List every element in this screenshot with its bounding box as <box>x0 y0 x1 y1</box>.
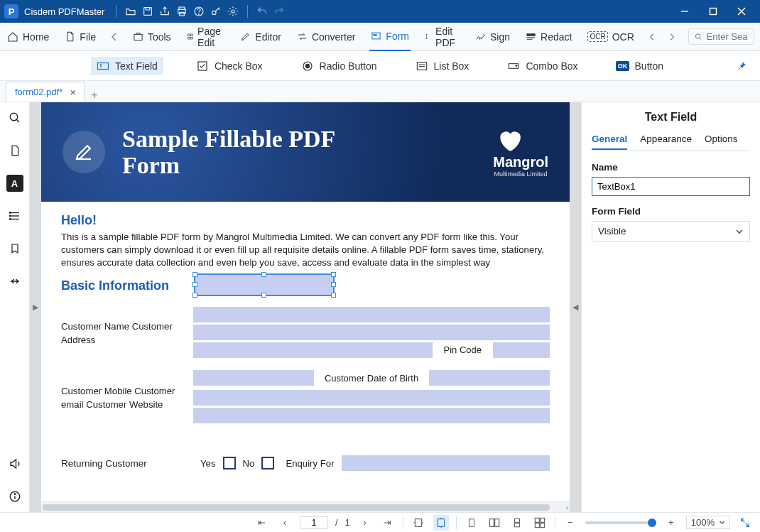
search-box[interactable] <box>688 28 754 45</box>
fit-page-icon[interactable] <box>433 515 449 531</box>
sidebar-crop-icon[interactable] <box>6 273 23 290</box>
close-button[interactable] <box>727 0 756 23</box>
app-title: Cisdem PDFMaster <box>24 6 104 17</box>
zoom-in-button[interactable]: + <box>663 515 679 531</box>
tabs-prev[interactable] <box>110 33 119 41</box>
key-icon[interactable] <box>207 3 224 20</box>
button-icon: OK <box>617 60 629 72</box>
file-tab[interactable]: form02.pdf* × <box>6 82 85 102</box>
sidebar-sound-icon[interactable] <box>6 455 23 472</box>
expand-left-icon[interactable]: ▶ <box>33 303 38 312</box>
tab-form[interactable]: Form <box>369 23 411 51</box>
redo-icon[interactable] <box>271 3 288 20</box>
tabs-prev2[interactable] <box>648 33 656 41</box>
zoom-out-button[interactable]: − <box>563 515 578 531</box>
maximize-button[interactable] <box>699 0 727 23</box>
open-icon[interactable] <box>122 3 139 20</box>
field-dob[interactable] <box>429 370 550 386</box>
fullscreen-icon[interactable] <box>737 515 753 531</box>
svg-rect-15 <box>188 37 190 39</box>
tool-button[interactable]: OKButton <box>611 57 669 75</box>
panel-tab-options[interactable]: Options <box>705 134 738 150</box>
field-email[interactable] <box>193 390 550 406</box>
svg-point-39 <box>9 219 11 220</box>
label-returning: Returning Customer <box>61 458 193 469</box>
tool-combobox[interactable]: Combo Box <box>501 57 583 75</box>
brand-block: Mangrol Multimedia Limited <box>493 127 548 178</box>
tool-checkbox[interactable]: Check Box <box>190 57 268 75</box>
settings-icon[interactable] <box>224 3 241 20</box>
section-title: Basic Information <box>61 278 169 293</box>
sidebar-page-icon[interactable] <box>6 142 23 159</box>
input-name[interactable] <box>592 177 750 196</box>
checkbox-no[interactable] <box>261 457 274 469</box>
field-enquiry[interactable] <box>342 455 550 471</box>
zoom-select[interactable]: 100% <box>686 516 730 529</box>
search-input[interactable] <box>707 31 748 42</box>
sidebar-search-icon[interactable] <box>6 109 23 126</box>
field-address-1[interactable] <box>193 325 550 340</box>
first-page-button[interactable]: ⇤ <box>254 515 270 531</box>
next-page-button[interactable]: › <box>357 515 373 531</box>
tab-editpdf[interactable]: Edit PDF <box>423 23 461 51</box>
tab-redact[interactable]: Redact <box>524 23 573 51</box>
single-page-icon[interactable] <box>464 515 479 531</box>
field-pincode[interactable] <box>493 342 550 358</box>
tab-tools[interactable]: Tools <box>131 23 173 51</box>
svg-line-23 <box>700 38 701 39</box>
tab-home[interactable]: Home <box>6 23 50 51</box>
main-toolbar: Home File Tools Page Edit Editor Convert… <box>0 23 760 51</box>
horizontal-scrollbar[interactable]: ‹ › <box>41 501 570 512</box>
tab-sign[interactable]: Sign <box>474 23 511 51</box>
tab-ocr[interactable]: OCROCR <box>586 23 635 51</box>
page-number-input[interactable] <box>300 516 328 529</box>
close-tab-icon[interactable]: × <box>70 86 76 98</box>
field-address-2[interactable] <box>193 342 433 358</box>
save-icon[interactable] <box>139 3 156 20</box>
continuous-two-icon[interactable] <box>532 515 548 531</box>
panel-tab-appearance[interactable]: Appearance <box>640 134 692 150</box>
right-gutter[interactable]: ◀ <box>570 102 581 512</box>
prev-page-button[interactable]: ‹ <box>277 515 293 531</box>
sidebar-annotation-icon[interactable]: A <box>6 175 23 192</box>
field-customer-name[interactable] <box>193 307 550 322</box>
add-tab-button[interactable]: + <box>85 89 104 102</box>
hello-heading: Hello! <box>61 213 550 228</box>
help-icon[interactable] <box>190 3 207 20</box>
minimize-button[interactable] <box>671 0 699 23</box>
tab-converter[interactable]: Converter <box>295 23 357 51</box>
svg-point-5 <box>199 14 200 15</box>
tool-listbox[interactable]: List Box <box>410 57 475 75</box>
checkbox-yes[interactable] <box>223 457 236 469</box>
svg-rect-17 <box>372 33 380 39</box>
tabs-next[interactable] <box>668 33 675 41</box>
tool-textfield[interactable]: Text Field <box>91 57 163 75</box>
expand-right-icon[interactable]: ◀ <box>572 303 578 312</box>
undo-icon[interactable] <box>254 3 271 20</box>
sidebar-outline-icon[interactable] <box>6 207 23 224</box>
document-page[interactable]: Sample Fillable PDF Form Mangrol Multime… <box>41 102 570 512</box>
sidebar-info-icon[interactable] <box>6 488 23 505</box>
selected-form-field[interactable] <box>195 274 334 295</box>
zoom-slider[interactable] <box>585 521 656 524</box>
last-page-button[interactable]: ⇥ <box>380 515 396 531</box>
banner-title-2: Form <box>122 152 335 178</box>
left-gutter[interactable]: ▶ <box>30 102 41 512</box>
pin-icon[interactable] <box>736 60 747 72</box>
two-page-icon[interactable] <box>487 515 502 531</box>
tab-file[interactable]: File <box>63 23 97 51</box>
field-mobile[interactable] <box>193 370 314 386</box>
continuous-icon[interactable] <box>509 515 525 531</box>
panel-tab-general[interactable]: General <box>592 134 627 150</box>
svg-rect-18 <box>374 35 376 36</box>
share-icon[interactable] <box>156 3 173 20</box>
select-formfield[interactable]: Visible <box>592 221 750 241</box>
fit-width-icon[interactable] <box>411 515 426 531</box>
print-icon[interactable] <box>173 3 190 20</box>
field-website[interactable] <box>193 408 550 423</box>
tab-editor[interactable]: Editor <box>239 23 283 51</box>
sidebar-bookmark-icon[interactable] <box>6 240 23 257</box>
tool-radio[interactable]: Radio Button <box>295 57 383 75</box>
svg-rect-51 <box>540 518 544 522</box>
tab-pageedit[interactable]: Page Edit <box>185 23 227 51</box>
